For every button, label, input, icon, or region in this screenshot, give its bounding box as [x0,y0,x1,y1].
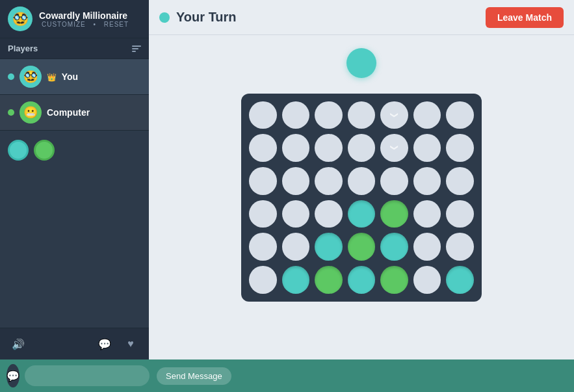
heart-button[interactable]: ♥ [120,333,141,354]
separator: • [94,21,97,28]
board-cell[interactable] [413,266,441,294]
game-header: Your Turn Leave Match [149,0,574,35]
board-cell[interactable] [413,233,441,261]
players-label: Players [8,44,38,53]
player-avatar-computer: 😬 [20,101,42,124]
board-cell[interactable] [413,134,441,162]
customize-link[interactable]: CUSTOMIZE [42,21,86,28]
board-cell[interactable] [446,167,474,195]
chat-input[interactable] [25,365,150,386]
game-board[interactable] [241,94,482,302]
bottom-left: 💬 [0,364,149,387]
player-avatar-you: 🥸 [20,66,42,88]
board-cell[interactable] [380,233,408,261]
token-display [0,131,149,170]
players-section: Players 🥸 👑 You 😬 Computer [0,38,149,328]
board-cell[interactable] [446,134,474,162]
player-name-you: 👑 You [47,72,78,82]
board-cell[interactable] [282,167,310,195]
board-cell[interactable] [315,233,343,261]
main-content: Your Turn Leave Match [149,0,574,359]
leave-match-button[interactable]: Leave Match [486,7,564,28]
online-dot-you [8,73,14,80]
falling-piece [346,48,376,78]
player-item-you: 🥸 👑 You [0,59,149,95]
sidebar-bottom: 🔊 💬 ♥ [0,328,149,359]
board-cell[interactable] [413,101,441,129]
filter-line-3 [132,51,136,52]
board-cell[interactable] [348,233,376,261]
board-cell[interactable] [380,200,408,228]
board-cell[interactable] [380,266,408,294]
board-cell[interactable] [249,233,277,261]
board-cell[interactable] [446,266,474,294]
board-cell[interactable] [249,200,277,228]
board-cell[interactable] [348,101,376,129]
player-item-computer: 😬 Computer [0,95,149,131]
board-cell[interactable] [249,101,277,129]
app-avatar: 🥸 [8,7,33,31]
board-cell[interactable] [446,233,474,261]
board-cell[interactable] [282,233,310,261]
board-cell[interactable] [282,266,310,294]
reset-link[interactable]: RESET [104,21,129,28]
turn-indicator: Your Turn [159,10,237,25]
board-cell[interactable] [380,134,408,162]
player-name-computer: Computer [47,107,90,118]
board-cell[interactable] [282,134,310,162]
board-cell[interactable] [348,167,376,195]
token-green [34,140,55,161]
filter-icon[interactable] [132,46,141,52]
turn-text: Your Turn [176,10,237,25]
board-cell[interactable] [348,266,376,294]
board-cell[interactable] [348,134,376,162]
online-dot-computer [8,109,14,116]
filter-line-2 [132,48,138,49]
board-cell[interactable] [315,200,343,228]
bottom-right: Send Message [149,367,574,385]
sidebar: 🥸 Cowardly Millionaire CUSTOMIZE • RESET… [0,0,149,359]
filter-line-1 [132,46,141,47]
board-cell[interactable] [413,167,441,195]
board-cell[interactable] [315,101,343,129]
board-cell[interactable] [282,200,310,228]
players-header: Players [0,38,149,59]
board-cell[interactable] [249,167,277,195]
main-layout: 🥸 Cowardly Millionaire CUSTOMIZE • RESET… [0,0,574,359]
crown-icon: 👑 [47,73,57,82]
board-cell[interactable] [348,200,376,228]
token-cyan [8,140,29,161]
app-title-group: Cowardly Millionaire CUSTOMIZE • RESET [39,10,131,28]
send-message-button[interactable]: Send Message [157,367,231,385]
board-cell[interactable] [315,266,343,294]
bottom-chat-icon[interactable]: 💬 [7,364,20,387]
board-cell[interactable] [380,167,408,195]
chat-button[interactable]: 💬 [94,333,115,354]
board-cell[interactable] [249,134,277,162]
sidebar-header: 🥸 Cowardly Millionaire CUSTOMIZE • RESET [0,0,149,38]
board-cell[interactable] [413,200,441,228]
board-cell[interactable] [446,200,474,228]
board-cell[interactable] [380,101,408,129]
board-cell[interactable] [446,101,474,129]
turn-dot [159,12,170,23]
bottom-bar: 💬 Send Message [0,359,574,392]
game-board-area [149,35,574,359]
app-subtitle: CUSTOMIZE • RESET [39,21,131,28]
board-cell[interactable] [282,101,310,129]
app-title: Cowardly Millionaire [39,10,131,21]
board-cell[interactable] [249,266,277,294]
sound-button[interactable]: 🔊 [8,333,29,354]
board-cell[interactable] [315,167,343,195]
board-cell[interactable] [315,134,343,162]
